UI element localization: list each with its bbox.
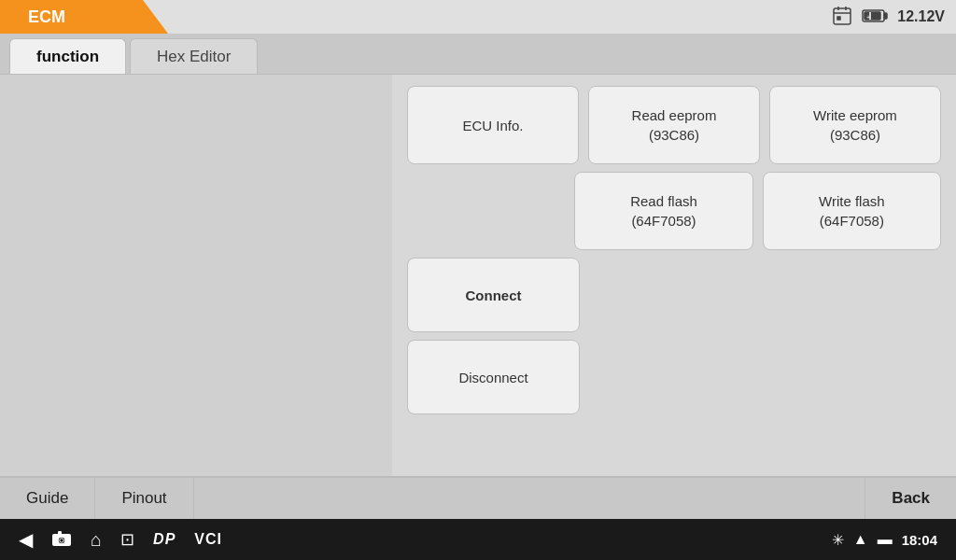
read-eeprom-button[interactable]: Read eeprom(93C86)	[588, 86, 760, 164]
tab-function[interactable]: function	[9, 38, 126, 74]
pinout-button[interactable]: Pinout	[95, 478, 193, 519]
vci-label: VCI	[194, 531, 222, 548]
square-icon[interactable]: ⊡	[120, 529, 134, 550]
svg-rect-0	[834, 8, 851, 24]
calendar-icon	[832, 6, 852, 29]
read-flash-button[interactable]: Read flash(64F7058)	[574, 172, 752, 250]
button-row-2: Read flash(64F7058) Write flash(64F7058)	[407, 172, 941, 250]
svg-rect-13	[58, 531, 62, 535]
button-row-1: ECU Info. Read eeprom(93C86) Write eepro…	[407, 86, 941, 164]
back-button[interactable]: Back	[865, 478, 956, 519]
disconnect-button[interactable]: Disconnect	[407, 340, 580, 414]
write-eeprom-button[interactable]: Write eeprom(93C86)	[769, 86, 941, 164]
dp-label: DP	[153, 531, 176, 548]
status-bar: ◀ ⌂ ⊡ DP VCI ✳ ▲ ▬ 18:04	[0, 519, 956, 560]
status-right: ✳ ▲ ▬ 18:04	[832, 531, 937, 549]
camera-icon[interactable]	[51, 530, 72, 550]
connect-button[interactable]: Connect	[407, 258, 580, 332]
home-icon[interactable]: ⌂	[91, 529, 102, 551]
right-panel: ECU Info. Read eeprom(93C86) Write eepro…	[392, 75, 956, 476]
top-bar: ECM + 12.12V	[0, 0, 956, 34]
guide-button[interactable]: Guide	[0, 478, 95, 519]
wifi-icon: ▲	[853, 531, 868, 548]
back-nav-icon[interactable]: ◀	[19, 528, 33, 551]
main-content: ECU Info. Read eeprom(93C86) Write eepro…	[0, 75, 956, 476]
left-panel	[0, 75, 392, 476]
voltage-display: 12.12V	[897, 8, 945, 25]
svg-text:+: +	[866, 14, 870, 21]
ecu-info-button[interactable]: ECU Info.	[407, 86, 579, 164]
button-row-3: Connect	[407, 258, 941, 332]
button-row-4: Disconnect	[407, 340, 941, 414]
bottom-toolbar: Guide Pinout Back	[0, 476, 956, 519]
svg-point-12	[60, 538, 63, 541]
tab-hex-editor[interactable]: Hex Editor	[130, 38, 258, 74]
svg-rect-4	[837, 17, 840, 20]
status-left: ◀ ⌂ ⊡ DP VCI	[19, 528, 222, 551]
signal-icon: ▬	[878, 531, 893, 548]
write-flash-button[interactable]: Write flash(64F7058)	[763, 172, 941, 250]
top-right-indicators: + 12.12V	[832, 6, 956, 29]
tab-bar: function Hex Editor	[0, 34, 956, 75]
ecm-label: ECM	[28, 7, 65, 27]
time-display: 18:04	[902, 532, 937, 548]
bluetooth-icon: ✳	[832, 531, 844, 549]
battery-icon: +	[862, 7, 888, 27]
svg-rect-6	[884, 13, 887, 19]
ecm-title: ECM	[0, 0, 168, 34]
